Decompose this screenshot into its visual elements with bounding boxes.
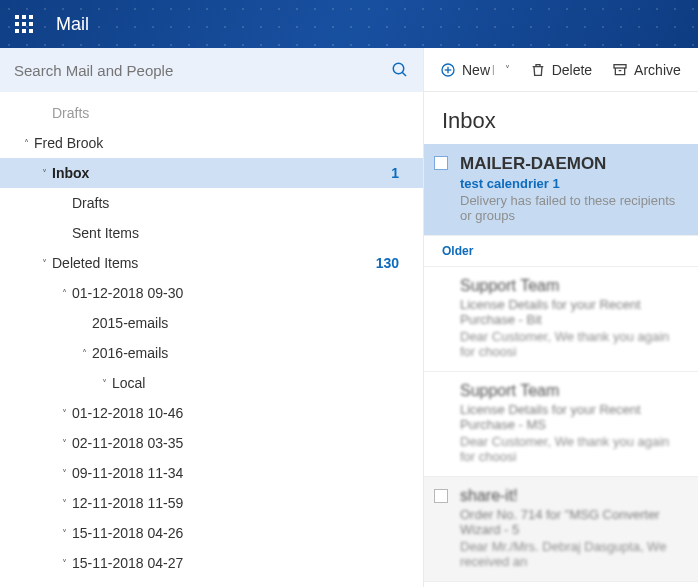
archive-icon xyxy=(612,62,628,78)
search-icon xyxy=(391,61,409,79)
trash-icon xyxy=(530,62,546,78)
mail-toolbar: New | ˅ Delete Archive xyxy=(424,48,698,92)
chevron-down-icon: ˅ xyxy=(56,468,72,479)
chevron-up-icon: ˄ xyxy=(76,348,92,359)
svg-rect-7 xyxy=(22,29,26,33)
chevron-down-icon: ˅ xyxy=(56,438,72,449)
message-checkbox[interactable] xyxy=(434,489,448,503)
message-sender: MAILER-DAEMON xyxy=(460,154,686,174)
deleted-count: 130 xyxy=(376,255,399,271)
message-sender: Support Team xyxy=(460,277,686,295)
split-divider: | xyxy=(492,64,495,75)
waffle-icon xyxy=(15,15,33,33)
new-button[interactable]: New | ˅ xyxy=(430,56,520,84)
svg-rect-5 xyxy=(29,22,33,26)
message-sender: share-it! xyxy=(460,487,686,505)
message-preview: Dear Mr./Mrs. Debraj Dasgupta, We receiv… xyxy=(460,539,686,569)
search-input[interactable] xyxy=(14,62,391,79)
message-item[interactable]: MAILER-DAEMON test calendrier 1 Delivery… xyxy=(424,144,698,236)
inbox-count: 1 xyxy=(391,165,399,181)
group-header-older[interactable]: Older xyxy=(424,236,698,267)
message-list: Inbox MAILER-DAEMON test calendrier 1 De… xyxy=(424,92,698,587)
chevron-down-icon: ˅ xyxy=(505,64,510,75)
plus-circle-icon xyxy=(440,62,456,78)
chevron-down-icon: ˅ xyxy=(56,528,72,539)
folder-inbox[interactable]: ˅Inbox1 xyxy=(0,158,423,188)
folder-drafts-sub[interactable]: Drafts xyxy=(0,188,423,218)
app-launcher-button[interactable] xyxy=(0,0,48,48)
folder-01-12-2018-09-30[interactable]: ˄01-12-2018 09-30 xyxy=(0,278,423,308)
chevron-down-icon: ˅ xyxy=(56,498,72,509)
chevron-down-icon: ˅ xyxy=(56,408,72,419)
message-subject: License Details for your Recent Purchase… xyxy=(460,402,686,432)
message-item[interactable]: share-it! Order No. 644 for "MSG Migrato… xyxy=(424,582,698,587)
folder-sent-items[interactable]: Sent Items xyxy=(0,218,423,248)
chevron-up-icon: ˄ xyxy=(56,288,72,299)
message-subject: test calendrier 1 xyxy=(460,176,686,191)
folder-drafts-top[interactable]: Drafts xyxy=(0,98,423,128)
message-item[interactable]: Support Team License Details for your Re… xyxy=(424,267,698,372)
folder-09-11-2018-11-34[interactable]: ˅09-11-2018 11-34 xyxy=(0,458,423,488)
folder-15-11-2018-04-26[interactable]: ˅15-11-2018 04-26 xyxy=(0,518,423,548)
folder-local[interactable]: ˅Local xyxy=(0,368,423,398)
svg-rect-0 xyxy=(15,15,19,19)
svg-line-10 xyxy=(402,72,406,76)
app-title: Mail xyxy=(56,14,89,35)
message-preview: Dear Customer, We thank you again for ch… xyxy=(460,329,686,359)
app-header: Mail xyxy=(0,0,698,48)
message-subject: License Details for your Recent Purchase… xyxy=(460,297,686,327)
chevron-down-icon: ˅ xyxy=(36,258,52,269)
account-node[interactable]: ˄Fred Brook xyxy=(0,128,423,158)
folder-deleted-items[interactable]: ˅Deleted Items130 xyxy=(0,248,423,278)
svg-rect-1 xyxy=(22,15,26,19)
folder-15-11-2018-04-27[interactable]: ˅15-11-2018 04-27 xyxy=(0,548,423,578)
message-item[interactable]: share-it! Order No. 714 for "MSG Convert… xyxy=(424,477,698,582)
message-subject: Order No. 714 for "MSG Converter Wizard … xyxy=(460,507,686,537)
delete-button[interactable]: Delete xyxy=(520,56,602,84)
message-preview: Dear Customer, We thank you again for ch… xyxy=(460,434,686,464)
folder-02-11-2018-03-35[interactable]: ˅02-11-2018 03-35 xyxy=(0,428,423,458)
folder-01-12-2018-10-46[interactable]: ˅01-12-2018 10-46 xyxy=(0,398,423,428)
message-sender: Support Team xyxy=(460,382,686,400)
svg-rect-14 xyxy=(614,64,626,67)
search-bar[interactable] xyxy=(0,48,423,92)
message-preview: Delivery has failed to these recipients … xyxy=(460,193,686,223)
chevron-up-icon: ˄ xyxy=(18,138,34,149)
archive-button[interactable]: Archive xyxy=(602,56,691,84)
svg-rect-4 xyxy=(22,22,26,26)
chevron-down-icon: ˅ xyxy=(56,558,72,569)
svg-point-9 xyxy=(393,63,404,74)
chevron-down-icon: ˅ xyxy=(96,378,112,389)
svg-rect-8 xyxy=(29,29,33,33)
chevron-down-icon: ˅ xyxy=(36,168,52,179)
list-title: Inbox xyxy=(424,92,698,144)
message-checkbox[interactable] xyxy=(434,156,448,170)
message-item[interactable]: Support Team License Details for your Re… xyxy=(424,372,698,477)
folder-12-11-2018-11-59[interactable]: ˅12-11-2018 11-59 xyxy=(0,488,423,518)
svg-rect-2 xyxy=(29,15,33,19)
folder-tree: Drafts ˄Fred Brook ˅Inbox1 Drafts Sent I… xyxy=(0,92,423,587)
folder-2015-emails[interactable]: 2015-emails xyxy=(0,308,423,338)
svg-rect-3 xyxy=(15,22,19,26)
svg-rect-6 xyxy=(15,29,19,33)
folder-2016-emails[interactable]: ˄2016-emails xyxy=(0,338,423,368)
